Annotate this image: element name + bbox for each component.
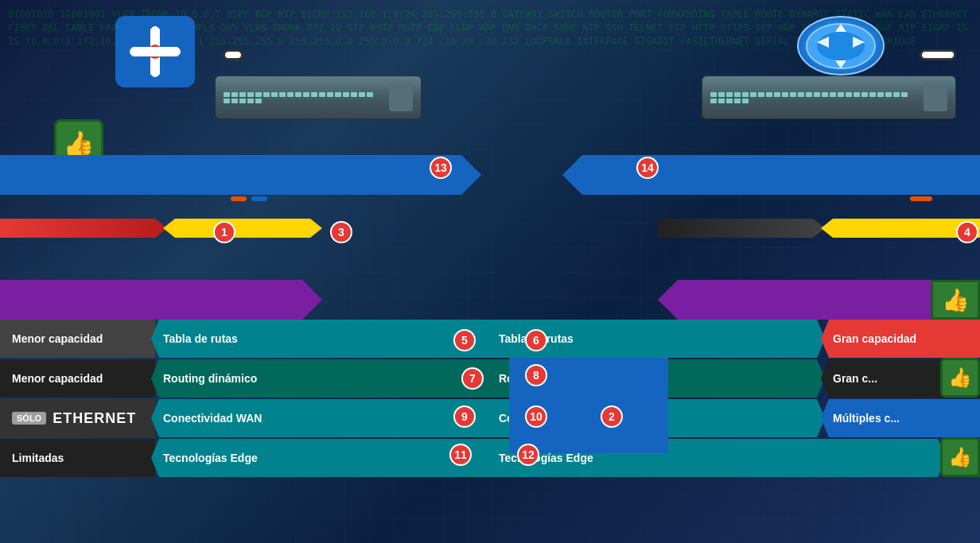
router-svg-icon: [805, 22, 877, 70]
tr-value-2: Routing dinámico: [151, 359, 493, 398]
thumbs-row-r3: 👍: [940, 437, 980, 477]
number-badge-11: 11: [449, 444, 472, 466]
thumbs-row-r2: 👍: [940, 358, 980, 398]
number-badge-12: 12: [517, 444, 539, 466]
ethernet-text: ETHERNET: [52, 410, 136, 427]
ports-row-left: [0, 219, 322, 238]
lan-icon: [115, 16, 195, 87]
forwarding-vlan-banner: [0, 155, 461, 195]
router-icon: [797, 16, 885, 76]
router-hardware: [702, 76, 956, 119]
number-badge-8: 8: [525, 364, 547, 386]
table-row-4: Limitadas Tecnologías Edge: [0, 439, 493, 477]
number-badge-3: 3: [330, 221, 352, 243]
svg-point-1: [817, 32, 865, 60]
gran-cantidad-label: [0, 219, 167, 238]
number-badge-7: 7: [461, 367, 484, 390]
table-row-3: SÓLO ETHERNET Conectividad WAN: [0, 399, 493, 437]
tag-muy-rapido: [231, 196, 247, 201]
number-badge-4: 4: [956, 221, 978, 243]
lan-cross-icon: [131, 28, 179, 76]
tag-hardware: [251, 196, 267, 201]
solo-badge: SÓLO: [12, 412, 46, 425]
table-row-r1: Tabla de rutas Gran capacidad: [487, 320, 980, 358]
number-badge-5: 5: [453, 329, 476, 351]
switch-hardware-left: [215, 76, 422, 119]
table-rows-left: Menor capacidad Tabla de rutas Menor cap…: [0, 320, 493, 479]
router-label: [920, 49, 956, 60]
table-row-2: Menor capacidad Routing dinámico: [0, 359, 493, 398]
number-badge-10: 10: [525, 405, 547, 428]
thumbs-up-routing-right: 👍: [931, 280, 980, 320]
no-puertos-left: [163, 219, 322, 238]
tr-value-r3: Múltiples c...: [821, 399, 980, 437]
reducido-label: [658, 219, 825, 238]
software-tag: [910, 196, 932, 201]
sub-tags-left: [231, 196, 267, 201]
switch-capa3-label: [223, 49, 243, 60]
tr-label-4: Limitadas: [0, 439, 155, 477]
routing-banner-left: [0, 280, 302, 320]
tr-value-r1: Gran capacidad: [821, 320, 980, 358]
number-badge-9: 9: [453, 405, 476, 428]
number-badge-6: 6: [525, 329, 547, 351]
tr-value-1: Tabla de rutas: [151, 320, 493, 358]
number-badge-1: 1: [213, 221, 235, 243]
number-badge-14: 14: [636, 157, 659, 179]
tr-value-3: Conectividad WAN: [151, 399, 493, 437]
number-badge-2: 2: [601, 405, 623, 428]
table-row-1: Menor capacidad Tabla de rutas: [0, 320, 493, 358]
ports-row-right: [658, 219, 980, 238]
tr-label-3: SÓLO ETHERNET: [0, 399, 155, 437]
tr-label-2: Menor capacidad: [0, 359, 155, 398]
tr-value-4: Tecnologías Edge: [151, 439, 493, 477]
tr-label-1: Menor capacidad: [0, 320, 155, 358]
number-badge-13: 13: [430, 157, 452, 179]
